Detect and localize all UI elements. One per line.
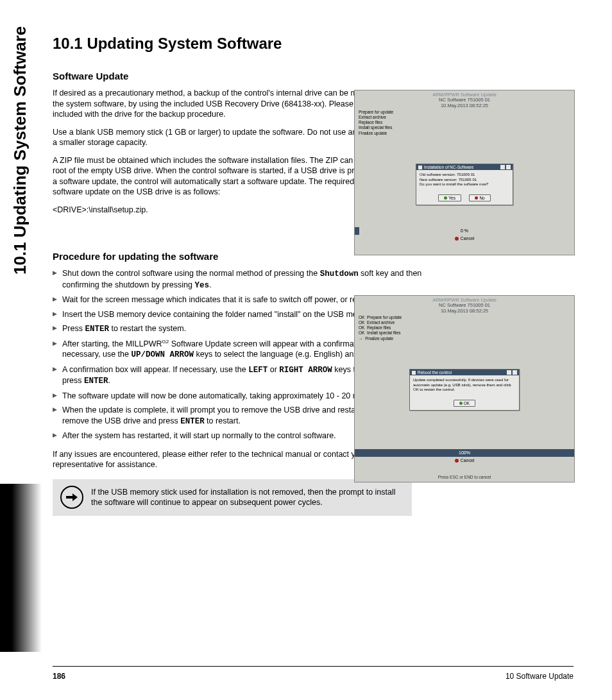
cancel-button[interactable]: Cancel (355, 457, 574, 463)
update-steps-list: Prepare for update Extract archive Repla… (359, 110, 393, 136)
no-button[interactable]: No (469, 194, 490, 201)
note-callout: If the USB memory stick used for install… (53, 479, 412, 516)
cancel-button[interactable]: Cancel (355, 235, 574, 241)
side-section-title: 10.1 Updating System Software (10, 26, 30, 275)
dialog-titlebar: Reboot the control (410, 370, 519, 375)
arrow-right-icon (60, 486, 83, 509)
page-heading: 10.1 Updating System Software (53, 35, 431, 53)
page-footer: 186 10 Software Update (53, 666, 574, 681)
yes-button[interactable]: Yes (438, 194, 461, 201)
screenshot-header: ARM/RPWR Software Update NC Software 751… (355, 90, 574, 108)
ok-button[interactable]: OK (454, 400, 475, 407)
screenshot-update-start: ARM/RPWR Software Update NC Software 751… (354, 90, 575, 255)
screenshot-header: ARM/RPWR Software Update NC Software 751… (355, 296, 574, 314)
progress-bar: 0 % (355, 227, 574, 235)
progress-bar: 100% (355, 449, 574, 457)
subhead-software-update: Software Update (53, 71, 431, 81)
chapter-label: 10 Software Update (506, 672, 574, 681)
list-item: Shut down the control software using the… (53, 268, 431, 291)
page-number: 186 (53, 672, 65, 681)
reboot-dialog: Reboot the control Update completed succ… (409, 369, 520, 411)
install-dialog: Installation of NC-Software Old software… (416, 164, 513, 205)
screenshot-update-done: ARM/RPWR Software Update NC Software 751… (354, 295, 575, 482)
update-steps-list: OK Prepare for update OK Extract archive… (359, 315, 402, 341)
sidebar-gradient (0, 484, 42, 652)
note-text: If the USB memory stick used for install… (91, 488, 396, 508)
footer-hint: Press ESC or END to cancel (355, 475, 574, 479)
dialog-titlebar: Installation of NC-Software (416, 164, 513, 170)
